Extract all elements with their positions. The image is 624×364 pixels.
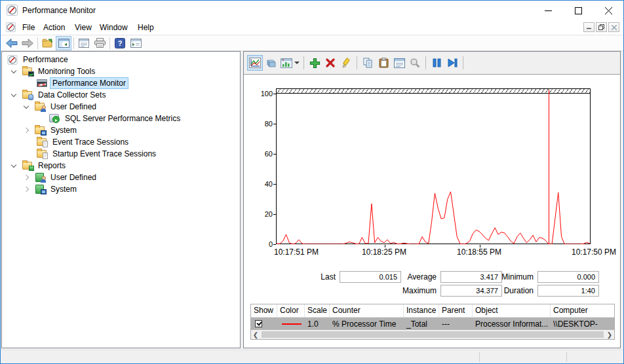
- mdi-restore-button[interactable]: [596, 22, 607, 32]
- tree-item-label: Monitoring Tools: [36, 66, 97, 77]
- tree-item-system-dcs[interactable]: System: [2, 124, 240, 136]
- view-log-data-button[interactable]: [263, 55, 279, 71]
- console-tree-panel: Performance Monitoring Tools Performance…: [1, 51, 241, 348]
- tree-item-user-defined-dcs[interactable]: User Defined: [2, 101, 240, 113]
- chevron-down-icon[interactable]: [11, 91, 16, 96]
- column-header-object[interactable]: Object: [473, 304, 551, 317]
- tree-item-user-defined-reports[interactable]: User Defined: [2, 172, 240, 183]
- add-icon: [309, 58, 321, 69]
- average-label: Average: [400, 272, 437, 282]
- report-computer-icon: [35, 185, 46, 194]
- add-counter-button[interactable]: [307, 55, 322, 71]
- mdi-close-button[interactable]: [608, 22, 619, 32]
- folder-clipboard-icon: [37, 137, 48, 147]
- toolbar-separator: [357, 56, 357, 69]
- export-button[interactable]: [40, 36, 56, 50]
- properties-icon: [79, 39, 89, 48]
- status-bar-divider: [566, 352, 567, 362]
- update-data-button[interactable]: [444, 55, 460, 71]
- toolbar-separator: [109, 37, 110, 49]
- delete-counter-button[interactable]: [322, 55, 338, 71]
- tree-item-event-trace-sessions[interactable]: Event Trace Sessions: [2, 136, 240, 148]
- report-user-icon: [35, 173, 46, 182]
- average-value: 3.417: [440, 271, 502, 283]
- close-button[interactable]: [593, 1, 623, 20]
- counter-legend-table: Show Color Scale Counter Instance Parent…: [250, 304, 615, 340]
- minimize-button[interactable]: [533, 1, 563, 20]
- copy-properties-button[interactable]: [360, 55, 376, 71]
- show-checkbox[interactable]: [255, 320, 262, 327]
- folder-database-icon: [22, 90, 33, 100]
- column-header-show[interactable]: Show: [251, 304, 277, 317]
- print-button[interactable]: [92, 36, 107, 50]
- maximize-button[interactable]: [563, 1, 593, 20]
- tree-item-performance[interactable]: Performance: [2, 54, 240, 65]
- menu-window[interactable]: Window: [94, 20, 134, 35]
- chevron-right-icon[interactable]: [24, 187, 29, 192]
- y-tick-label: 40: [253, 180, 273, 188]
- tree-item-reports[interactable]: Reports: [2, 160, 240, 172]
- chart-type-dropdown[interactable]: [279, 55, 301, 71]
- counter-row[interactable]: 1.0 % Processor Time _Total --- Processo…: [251, 318, 614, 330]
- tree-item-label: User Defined: [49, 101, 98, 112]
- counter-line-chart: [277, 94, 590, 244]
- properties-button-chart[interactable]: [391, 55, 407, 71]
- tree-item-label: Event Trace Sessions: [50, 137, 130, 147]
- mdi-minimize-button[interactable]: [583, 22, 595, 32]
- back-button[interactable]: [4, 36, 20, 50]
- tree-item-monitoring-tools[interactable]: Monitoring Tools: [2, 65, 240, 77]
- tree-item-label: Data Collector Sets: [36, 90, 107, 100]
- column-header-computer[interactable]: Computer: [551, 304, 614, 317]
- chevron-right-icon[interactable]: [24, 128, 29, 133]
- tree-item-label: User Defined: [49, 172, 98, 183]
- properties-button[interactable]: [76, 36, 92, 50]
- scroll-left-icon[interactable]: ❮: [251, 330, 260, 339]
- minimum-label: Minimum: [497, 272, 534, 282]
- tree-item-label: Performance: [21, 54, 70, 65]
- chevron-down-icon[interactable]: [11, 67, 16, 73]
- tree-item-sql-server-performance-metrics[interactable]: SQL Server Performance Metrics: [2, 113, 240, 124]
- freeze-display-button[interactable]: [429, 55, 444, 71]
- print-icon: [94, 38, 106, 48]
- toolbar-separator: [73, 37, 74, 49]
- chevron-down-icon[interactable]: [24, 103, 29, 108]
- folder-chart-icon: [22, 67, 33, 76]
- menu-action[interactable]: Action: [37, 20, 71, 35]
- tree-item-data-collector-sets[interactable]: Data Collector Sets: [2, 89, 240, 101]
- current-time-marker: [549, 90, 549, 244]
- column-header-scale[interactable]: Scale: [305, 304, 330, 317]
- perfmon-gauge-icon: [7, 5, 18, 16]
- folder-report-icon: [22, 161, 33, 170]
- chevron-down-icon[interactable]: [11, 162, 16, 167]
- export-icon: [42, 38, 54, 48]
- scrollbar-thumb[interactable]: [262, 331, 604, 338]
- tree-item-startup-event-trace-sessions[interactable]: Startup Event Trace Sessions: [2, 148, 240, 160]
- column-header-counter[interactable]: Counter: [330, 304, 404, 317]
- chevron-right-icon[interactable]: [24, 175, 29, 180]
- column-header-color[interactable]: Color: [277, 304, 305, 317]
- view-log-data-icon: [265, 58, 277, 68]
- title-bar: Performance Monitor: [1, 1, 623, 20]
- show-window-button[interactable]: [128, 36, 144, 50]
- legend-horizontal-scrollbar[interactable]: ❮ ❯: [251, 330, 614, 339]
- folder-computer-icon: [35, 126, 46, 135]
- y-tick-label: 0: [253, 240, 273, 248]
- column-header-instance[interactable]: Instance: [404, 304, 439, 317]
- help-button[interactable]: ?: [112, 36, 128, 50]
- content-area: Performance Monitoring Tools Performance…: [1, 51, 624, 350]
- forward-button[interactable]: [20, 36, 35, 50]
- paste-counter-list-button[interactable]: [376, 55, 391, 71]
- column-header-parent[interactable]: Parent: [439, 304, 473, 317]
- tree-item-performance-monitor[interactable]: Performance Monitor: [2, 77, 240, 89]
- cell-counter: % Processor Time: [330, 318, 404, 330]
- view-current-activity-button[interactable]: [247, 55, 263, 71]
- scroll-right-icon[interactable]: ❯: [605, 330, 614, 339]
- chart-toolbar: [244, 52, 620, 75]
- tree-item-system-reports[interactable]: System: [2, 183, 240, 195]
- main-toolbar: ?: [1, 35, 623, 51]
- menu-help[interactable]: Help: [132, 20, 160, 35]
- tree-item-label: SQL Server Performance Metrics: [63, 113, 182, 124]
- show-console-tree-button[interactable]: [56, 36, 71, 50]
- zoom-button[interactable]: [407, 55, 423, 71]
- highlight-button[interactable]: [338, 55, 354, 71]
